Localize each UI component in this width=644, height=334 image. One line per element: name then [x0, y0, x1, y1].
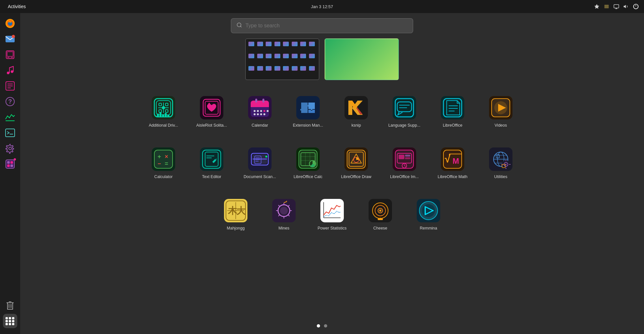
app-label-ksnip: ksnip — [351, 123, 361, 128]
app-label-extension-manager: Extension Man... — [293, 123, 323, 128]
app-item-ksnip[interactable]: ksnip — [332, 88, 380, 136]
svg-rect-15 — [7, 52, 13, 56]
dock-item-terminal[interactable] — [3, 126, 17, 140]
svg-point-115 — [265, 156, 267, 158]
svg-point-69 — [263, 110, 265, 112]
app-label-mines: Mines — [278, 226, 289, 231]
app-item-power-statistics[interactable]: Power Statistics — [308, 191, 356, 239]
svg-rect-133 — [405, 155, 410, 157]
dock-item-settings[interactable] — [3, 141, 17, 156]
app-label-libreoffice-math: LibreOffice Math — [438, 174, 467, 179]
app-item-libreoffice[interactable]: LibreOffice — [428, 88, 477, 136]
svg-point-13 — [12, 35, 15, 38]
svg-point-68 — [260, 110, 262, 112]
dock-item-tasks[interactable] — [3, 79, 17, 93]
app-label-libreoffice-impress: LibreOffice Im... — [390, 174, 419, 179]
show-all-apps-button[interactable] — [3, 314, 17, 328]
window-thumbnails — [245, 38, 399, 80]
app-item-libreoffice-draw[interactable]: LibreOffice Draw — [332, 139, 380, 188]
app-item-libreoffice-math[interactable]: √ M LibreOffice Math — [428, 139, 477, 188]
svg-point-30 — [9, 147, 11, 150]
activities-button[interactable]: Activities — [5, 3, 28, 10]
app-item-videos[interactable]: Videos — [477, 88, 525, 136]
svg-rect-65 — [251, 104, 269, 107]
app-item-calculator[interactable]: + × − = Calculator — [139, 139, 188, 188]
app-item-aisleriot[interactable]: A AisleRiot Solita... — [188, 88, 236, 136]
app-item-document-scanner[interactable]: Document Scan... — [236, 139, 284, 188]
topbar-left: Activities — [5, 3, 28, 10]
svg-rect-132 — [399, 155, 404, 159]
svg-rect-1 — [604, 6, 609, 7]
app-item-text-editor[interactable]: Text Editor — [188, 139, 236, 188]
grid-icon — [6, 317, 15, 325]
app-label-calculator: Calculator — [154, 174, 173, 179]
svg-rect-3 — [614, 5, 619, 8]
app-label-libreoffice-calc: LibreOffice Calc — [294, 174, 323, 179]
page-dots — [317, 324, 327, 327]
svg-text:×: × — [165, 153, 168, 160]
app-item-language-support[interactable]: Language Supp... — [380, 88, 428, 136]
dock-item-firefox[interactable] — [3, 16, 17, 31]
svg-point-70 — [254, 113, 256, 115]
app-item-extension-manager[interactable]: Extension Man... — [284, 88, 332, 136]
svg-rect-28 — [6, 129, 15, 137]
app-label-additional-drivers: Additional Driv... — [149, 123, 178, 128]
window-thumbnail-wallpaper[interactable] — [325, 38, 399, 80]
app-item-libreoffice-impress[interactable]: LibreOffice Im... — [380, 139, 428, 188]
star-icon[interactable] — [594, 4, 600, 9]
svg-rect-55 — [162, 114, 164, 117]
app-item-cheese[interactable]: Cheese — [356, 191, 404, 239]
app-item-calendar[interactable]: Calendar — [236, 88, 284, 136]
dock-item-system-monitor[interactable] — [3, 110, 17, 124]
app-label-power-statistics: Power Statistics — [318, 226, 347, 231]
app-item-utilities[interactable]: Utilities — [477, 139, 525, 188]
svg-point-41 — [237, 23, 241, 27]
search-input[interactable] — [245, 23, 408, 29]
window-thumbnail-files[interactable] — [245, 38, 319, 80]
app-item-additional-drivers[interactable]: Additional Driv... — [139, 88, 188, 136]
app-label-videos: Videos — [495, 123, 507, 128]
menu-icon[interactable] — [604, 4, 609, 9]
dock-item-clipboard[interactable] — [3, 48, 17, 62]
svg-text:M: M — [453, 157, 459, 165]
page-dot-2[interactable] — [324, 324, 327, 327]
svg-rect-35 — [10, 164, 13, 167]
svg-rect-27 — [6, 120, 15, 121]
app-label-libreoffice-draw: LibreOffice Draw — [341, 174, 371, 179]
svg-text:√: √ — [445, 153, 451, 165]
app-item-mahjongg[interactable]: 木 大 Mahjongg — [212, 191, 260, 239]
dock-item-email[interactable] — [3, 32, 17, 46]
screen-icon[interactable] — [613, 4, 619, 9]
app-item-remmina[interactable]: Remmina — [404, 191, 453, 239]
dock: ? — [0, 13, 20, 334]
dock-item-trash[interactable] — [3, 298, 17, 313]
app-label-aisleriot: AisleRiot Solita... — [196, 123, 227, 128]
svg-text:=: = — [165, 160, 168, 167]
svg-rect-77 — [296, 96, 320, 119]
topbar: Activities Jan 3 12:57 — [0, 0, 644, 13]
volume-icon[interactable] — [623, 4, 629, 9]
app-label-language-support: Language Supp... — [388, 123, 421, 128]
search-bar[interactable] — [231, 18, 413, 33]
svg-point-67 — [257, 110, 259, 112]
app-item-mines[interactable]: Mines — [260, 191, 308, 239]
svg-point-66 — [254, 110, 256, 112]
dock-item-music[interactable] — [3, 63, 17, 77]
svg-point-71 — [257, 113, 259, 115]
search-icon — [236, 22, 242, 29]
app-label-cheese: Cheese — [373, 226, 387, 231]
svg-point-19 — [11, 70, 13, 73]
svg-rect-31 — [6, 160, 14, 168]
app-item-libreoffice-calc[interactable]: LibreOffice Calc — [284, 139, 332, 188]
svg-point-74 — [267, 110, 269, 112]
page-dot-1[interactable] — [317, 324, 320, 327]
app-row-3: 木 大 Mahjongg — [212, 191, 453, 239]
app-row-1: Additional Driv... A AisleRiot Solita... — [139, 88, 525, 136]
svg-text:−: − — [158, 160, 161, 167]
svg-text:?: ? — [8, 98, 12, 105]
svg-rect-54 — [160, 112, 161, 117]
power-icon[interactable] — [633, 4, 639, 9]
dock-item-extensions[interactable]: ? — [3, 94, 17, 109]
svg-text:+: + — [158, 153, 161, 160]
dock-item-panel-settings[interactable] — [3, 157, 17, 171]
